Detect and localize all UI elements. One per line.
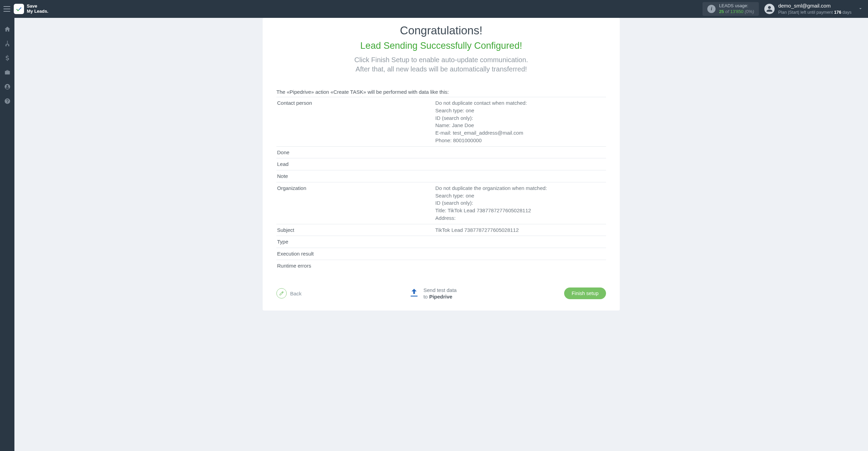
help-icon bbox=[4, 98, 11, 104]
leads-usage-text: LEADS usage: 25 of 13'850 (0%) bbox=[719, 3, 754, 15]
table-row: Runtime errors bbox=[276, 260, 606, 271]
send-test-button[interactable]: Send test data to Pipedrive bbox=[409, 287, 457, 300]
setup-card: Congratulations! Lead Sending Successful… bbox=[263, 18, 620, 311]
chevron-down-icon bbox=[858, 6, 863, 11]
table-row: OrganizationDo not duplicate the organiz… bbox=[276, 182, 606, 224]
account-email: demo_sml@gmail.com bbox=[778, 2, 852, 9]
check-logo-icon bbox=[15, 5, 22, 12]
back-label: Back bbox=[290, 291, 301, 296]
table-row: Done bbox=[276, 146, 606, 158]
table-cell-key: Lead bbox=[276, 158, 435, 170]
app-name: Save My Leads. bbox=[27, 4, 48, 14]
sidebar-item-help[interactable] bbox=[3, 97, 11, 105]
table-cell-key: Contact person bbox=[276, 97, 435, 147]
app-logo[interactable] bbox=[14, 4, 24, 14]
table-cell-value bbox=[435, 146, 606, 158]
home-icon bbox=[4, 26, 11, 32]
table-row: Type bbox=[276, 236, 606, 248]
topbar: Save My Leads. i LEADS usage: 25 of 13'8… bbox=[0, 0, 868, 18]
table-row: Note bbox=[276, 170, 606, 182]
table-cell-key: Note bbox=[276, 170, 435, 182]
sitemap-icon bbox=[4, 40, 11, 47]
menu-toggle-button[interactable] bbox=[3, 6, 10, 12]
leads-usage-current: 25 bbox=[719, 9, 724, 14]
data-table-caption: The «Pipedrive» action «Create TASK» wil… bbox=[276, 89, 606, 95]
table-cell-key: Runtime errors bbox=[276, 260, 435, 271]
send-test-line2: to Pipedrive bbox=[423, 293, 457, 300]
table-row: Lead bbox=[276, 158, 606, 170]
sidebar-item-briefcase[interactable] bbox=[3, 68, 11, 76]
account-plan: Plan |Start| left until payment 176 days bbox=[778, 10, 852, 15]
account-chevron[interactable] bbox=[858, 6, 863, 12]
table-row: SubjectTikTok Lead 7387787277605028112 bbox=[276, 224, 606, 236]
table-cell-value: Do not duplicate contact when matched: S… bbox=[435, 97, 606, 147]
account-menu[interactable]: demo_sml@gmail.com Plan |Start| left unt… bbox=[764, 2, 852, 15]
upload-icon bbox=[409, 287, 419, 300]
dollar-icon bbox=[4, 55, 11, 61]
table-row: Contact personDo not duplicate contact w… bbox=[276, 97, 606, 147]
sidebar-item-billing[interactable] bbox=[3, 54, 11, 62]
app-name-line2: My Leads. bbox=[27, 9, 48, 14]
table-cell-value bbox=[435, 170, 606, 182]
table-cell-key: Organization bbox=[276, 182, 435, 224]
data-preview-table: Contact personDo not duplicate contact w… bbox=[276, 97, 606, 272]
content: Congratulations! Lead Sending Successful… bbox=[14, 18, 868, 451]
leads-usage-total: 13'850 bbox=[730, 9, 744, 14]
sidebar-item-home[interactable] bbox=[3, 25, 11, 33]
back-button[interactable]: Back bbox=[276, 288, 301, 298]
info-icon: i bbox=[707, 5, 716, 13]
heading-congrats: Congratulations! bbox=[276, 24, 606, 37]
leads-usage-box[interactable]: i LEADS usage: 25 of 13'850 (0%) bbox=[703, 2, 759, 16]
table-cell-value bbox=[435, 248, 606, 260]
app-name-line1: Save bbox=[27, 4, 48, 9]
person-icon bbox=[766, 5, 773, 12]
pencil-icon bbox=[276, 288, 287, 298]
table-cell-key: Execution result bbox=[276, 248, 435, 260]
table-cell-key: Done bbox=[276, 146, 435, 158]
sidebar-item-profile[interactable] bbox=[3, 82, 11, 91]
table-cell-value bbox=[435, 236, 606, 248]
table-cell-value bbox=[435, 158, 606, 170]
briefcase-icon bbox=[4, 69, 11, 76]
table-cell-value: Do not duplicate the organization when m… bbox=[435, 182, 606, 224]
sidebar bbox=[0, 18, 14, 451]
send-test-line1: Send test data bbox=[423, 287, 457, 294]
table-cell-key: Subject bbox=[276, 224, 435, 236]
table-cell-value bbox=[435, 260, 606, 271]
card-footer: Back Send test data to Pipedrive Finish … bbox=[276, 287, 606, 300]
sidebar-item-connections[interactable] bbox=[3, 39, 11, 47]
table-cell-key: Type bbox=[276, 236, 435, 248]
heading-success: Lead Sending Successfully Configured! bbox=[276, 41, 606, 51]
leads-usage-pct: (0%) bbox=[745, 9, 754, 14]
heading-desc: Click Finish Setup to enable auto-update… bbox=[276, 55, 606, 74]
leads-usage-label: LEADS usage: bbox=[719, 3, 754, 9]
table-row: Execution result bbox=[276, 248, 606, 260]
user-circle-icon bbox=[4, 83, 11, 90]
leads-usage-of: of bbox=[725, 9, 729, 14]
table-cell-value: TikTok Lead 7387787277605028112 bbox=[435, 224, 606, 236]
avatar bbox=[764, 4, 775, 14]
finish-setup-button[interactable]: Finish setup bbox=[564, 287, 606, 299]
